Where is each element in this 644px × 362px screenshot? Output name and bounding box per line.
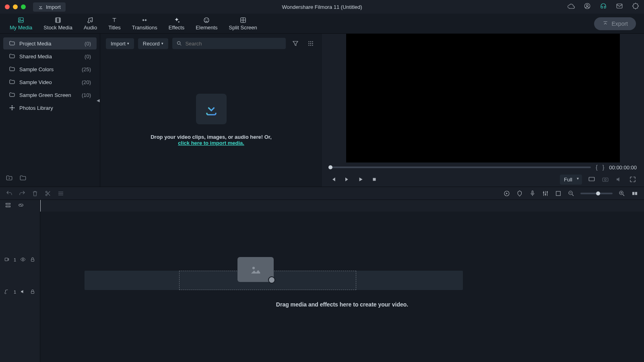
tab-stock-media[interactable]: Stock Media xyxy=(38,14,78,33)
sidebar-item-sample-green[interactable]: Sample Green Screen (10) xyxy=(3,89,97,101)
timeline-ruler[interactable] xyxy=(40,200,644,212)
sidebar-item-label: Photos Library xyxy=(19,105,53,111)
search-input[interactable] xyxy=(185,41,282,47)
tab-my-media[interactable]: My Media xyxy=(4,14,38,33)
volume-icon[interactable] xyxy=(615,175,623,183)
tab-titles[interactable]: Titles xyxy=(103,14,126,33)
sidebar-item-project-media[interactable]: Project Media (0) xyxy=(3,37,97,49)
mark-in-icon[interactable]: { xyxy=(596,164,598,171)
svg-point-18 xyxy=(312,41,313,42)
import-dropdown[interactable]: Import▾ xyxy=(106,38,134,49)
tab-split-screen[interactable]: Split Screen xyxy=(223,14,263,33)
close-window[interactable] xyxy=(5,4,10,9)
audio-track-header[interactable]: 1 xyxy=(0,276,40,308)
badge-icon[interactable] xyxy=(632,2,639,11)
tab-label: Titles xyxy=(108,25,121,31)
delete-button[interactable] xyxy=(31,190,39,197)
fullscreen-icon[interactable] xyxy=(629,175,637,183)
account-icon[interactable] xyxy=(584,2,591,11)
quality-select[interactable]: Full xyxy=(560,175,582,185)
video-preview[interactable] xyxy=(346,34,620,162)
folder-icon-2[interactable] xyxy=(19,175,27,183)
tab-elements[interactable]: Elements xyxy=(190,14,223,33)
svg-rect-36 xyxy=(556,191,561,195)
prev-frame-button[interactable] xyxy=(329,175,337,183)
link-icon[interactable] xyxy=(18,202,24,210)
media-sidebar: Project Media (0) Shared Media (0) Sampl… xyxy=(0,34,100,187)
download-icon xyxy=(204,101,219,117)
svg-rect-26 xyxy=(589,177,594,181)
sidebar-item-sample-video[interactable]: Sample Video (20) xyxy=(3,76,97,88)
voiceover-icon[interactable] xyxy=(529,190,536,197)
sidebar-item-count: (10) xyxy=(82,92,91,98)
grid-view-icon[interactable] xyxy=(305,38,316,49)
svg-rect-46 xyxy=(31,291,34,293)
crop-icon[interactable] xyxy=(555,190,562,197)
marker-icon[interactable] xyxy=(516,190,523,197)
search-wrap xyxy=(172,38,286,49)
visibility-icon[interactable] xyxy=(20,257,26,263)
mute-icon[interactable] xyxy=(20,289,26,295)
sidebar-item-shared-media[interactable]: Shared Media (0) xyxy=(3,50,97,62)
import-button-top[interactable]: Import xyxy=(33,2,66,12)
import-media-link[interactable]: click here to import media. xyxy=(178,140,244,146)
timecode: 00:00:00:00 xyxy=(609,165,637,171)
lock-icon[interactable] xyxy=(30,289,35,295)
redo-button[interactable] xyxy=(19,190,26,197)
video-track-header[interactable]: 1 xyxy=(0,244,40,276)
export-button[interactable]: Export xyxy=(594,17,636,30)
preview-scrubber[interactable] xyxy=(329,167,591,168)
sidebar-item-photos-library[interactable]: Photos Library xyxy=(3,102,97,114)
record-dd-label: Record xyxy=(143,41,160,47)
play-button[interactable] xyxy=(357,175,365,183)
sidebar-item-count: (0) xyxy=(85,41,91,47)
minimize-window[interactable] xyxy=(13,4,18,9)
support-icon[interactable] xyxy=(600,2,607,11)
render-icon[interactable] xyxy=(503,190,510,197)
maximize-window[interactable] xyxy=(21,4,26,9)
timeline-canvas[interactable]: Drag media and effects here to create yo… xyxy=(40,212,644,362)
zoom-out-icon[interactable] xyxy=(568,190,575,197)
svg-point-44 xyxy=(22,259,24,260)
sidebar-item-label: Sample Green Screen xyxy=(19,92,71,98)
new-folder-icon[interactable] xyxy=(6,175,13,183)
tab-effects[interactable]: Effects xyxy=(163,14,190,33)
split-button[interactable] xyxy=(44,190,52,197)
mixer-icon[interactable] xyxy=(542,190,549,197)
undo-button[interactable] xyxy=(6,190,13,197)
mark-out-icon[interactable]: } xyxy=(603,164,605,171)
svg-point-14 xyxy=(13,107,14,109)
sidebar-item-count: (20) xyxy=(82,79,91,85)
drop-text: Drop your video clips, images, or audio … xyxy=(151,134,272,140)
cloud-icon[interactable] xyxy=(568,2,575,11)
message-icon[interactable] xyxy=(616,2,623,11)
sidebar-collapse-handle[interactable]: ◀ xyxy=(97,98,100,103)
track-manager-icon[interactable] xyxy=(5,202,11,210)
svg-rect-43 xyxy=(5,258,8,261)
svg-rect-42 xyxy=(6,206,10,207)
svg-point-1 xyxy=(586,4,588,6)
zoom-fit-icon[interactable] xyxy=(631,190,638,197)
folder-icon xyxy=(9,79,15,85)
main-tabs: My Media Stock Media Audio Titles Transi… xyxy=(0,14,644,34)
svg-point-11 xyxy=(12,105,13,107)
lock-icon[interactable] xyxy=(30,257,35,263)
record-dropdown[interactable]: Record▾ xyxy=(138,38,168,49)
tab-label: My Media xyxy=(10,25,32,31)
timeline-toolbar xyxy=(0,187,644,200)
tab-transitions[interactable]: Transitions xyxy=(126,14,163,33)
sidebar-item-sample-colors[interactable]: Sample Colors (25) xyxy=(3,63,97,75)
preview-panel: { } 00:00:00:00 Full xyxy=(322,34,644,187)
play-step-button[interactable] xyxy=(343,175,351,183)
display-icon[interactable] xyxy=(588,175,596,183)
audio-track-icon xyxy=(4,289,10,295)
snapshot-icon[interactable] xyxy=(601,175,609,183)
zoom-slider[interactable] xyxy=(580,193,613,194)
tab-audio[interactable]: Audio xyxy=(78,14,103,33)
filter-icon[interactable] xyxy=(290,38,301,49)
zoom-in-icon[interactable] xyxy=(618,190,625,197)
adjust-button[interactable] xyxy=(57,190,64,197)
timeline-placeholder-thumb xyxy=(237,257,274,282)
stop-button[interactable] xyxy=(370,175,378,183)
media-dropzone[interactable]: Drop your video clips, images, or audio … xyxy=(100,53,322,187)
